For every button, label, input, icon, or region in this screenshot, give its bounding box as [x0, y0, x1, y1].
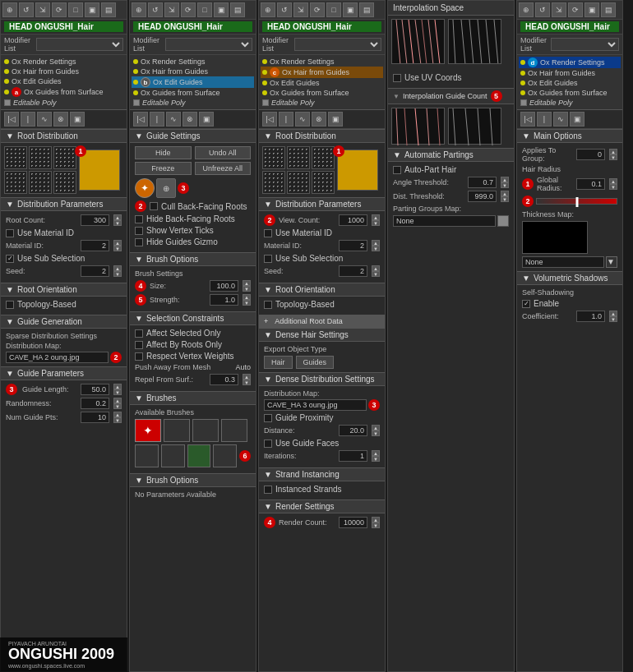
mod-item-render5[interactable]: d Ox Render Settings — [519, 57, 621, 68]
thumb1-5[interactable] — [29, 171, 52, 194]
icon-scale2[interactable]: ⇲ — [164, 2, 179, 17]
mod-item-render1[interactable]: Ox Render Settings — [2, 57, 125, 67]
mod-item-hair5[interactable]: Ox Hair from Guides — [519, 68, 621, 78]
icon-line3[interactable]: | — [279, 112, 293, 127]
icon-pin2[interactable]: ⊗ — [183, 112, 197, 127]
icon-rotate2[interactable]: ↺ — [148, 2, 163, 17]
render-count-input[interactable]: 10000 — [339, 517, 367, 528]
dist-map-input1[interactable] — [6, 352, 109, 363]
use-sub-sel-cb3[interactable] — [264, 255, 272, 263]
section-sel-constraints[interactable]: ▼ Selection Constraints — [130, 311, 256, 325]
icon-view5[interactable]: ▣ — [584, 2, 599, 17]
icon-cam2[interactable]: ▣ — [199, 112, 214, 127]
brush-thumb-5[interactable] — [135, 444, 159, 467]
section-root-dist1[interactable]: ▼ Root Distribution — [1, 129, 127, 143]
section-render-settings[interactable]: ▼ Render Settings — [259, 499, 385, 513]
icon-select3[interactable]: □ — [326, 2, 341, 17]
distance-input[interactable]: 20.0 — [339, 425, 367, 436]
section-root-dist3[interactable]: ▼ Root Distribution — [259, 129, 385, 143]
strength-spinner[interactable]: ▲ ▼ — [243, 294, 251, 306]
mod-item-render2[interactable]: Ox Render Settings — [132, 57, 254, 67]
iterations-input[interactable]: 1 — [339, 450, 367, 462]
section-root-orient1[interactable]: ▼ Root Orientation — [1, 283, 127, 297]
hide-back-cb[interactable] — [135, 215, 143, 223]
icon-line[interactable]: | — [21, 112, 35, 127]
use-uv-cb[interactable] — [393, 74, 401, 82]
section-dense-hair[interactable]: ▼ Dense Hair Settings — [259, 328, 385, 342]
brush-icon-2[interactable]: ⊕ — [156, 178, 176, 198]
coefficient-input[interactable]: 1.0 — [576, 311, 605, 322]
mod-item-guides3[interactable]: Ox Guides from Surface — [261, 88, 383, 98]
brush-thumb-4[interactable] — [221, 419, 247, 442]
material-id-cb3[interactable] — [264, 229, 272, 237]
icon-first3[interactable]: |◁ — [262, 112, 277, 127]
mod-item-poly5[interactable]: Editable Poly — [519, 98, 621, 108]
icon-scale3[interactable]: ⇲ — [293, 2, 308, 17]
thumb1-main[interactable] — [79, 150, 120, 191]
hair-btn[interactable]: Hair — [264, 356, 293, 369]
thumb3-main[interactable] — [337, 150, 378, 191]
icon-curve3[interactable]: ∿ — [295, 112, 310, 127]
root-count-spinner[interactable]: ▲ ▼ — [113, 214, 122, 226]
thumb3-5[interactable] — [287, 171, 310, 194]
icon-line5[interactable]: | — [537, 112, 552, 127]
distance-spinner[interactable]: ▲ ▼ — [372, 425, 380, 436]
icon-undo[interactable]: ⟳ — [52, 2, 67, 17]
parting-color-swatch[interactable] — [497, 215, 509, 227]
thumb3-1[interactable] — [262, 146, 285, 169]
material-id-cb1[interactable] — [6, 229, 14, 237]
modifier-dropdown5[interactable] — [551, 38, 619, 51]
icon-view2[interactable]: ▣ — [214, 2, 229, 17]
icon-move3[interactable]: ⊕ — [261, 2, 275, 17]
dist-thresh-input[interactable]: 999.0 — [468, 191, 497, 202]
seed-spinner1[interactable]: ▲ ▼ — [113, 265, 122, 277]
thumb1-4[interactable] — [4, 171, 27, 194]
icon-curve5[interactable]: ∿ — [553, 112, 568, 127]
thumb3-3[interactable] — [312, 146, 335, 169]
icon-undo2[interactable]: ⟳ — [181, 2, 196, 17]
mod-item-poly3[interactable]: Editable Poly — [261, 98, 383, 108]
icon-render5[interactable]: ▤ — [601, 2, 616, 17]
num-guide-pts-spinner1[interactable]: ▲ ▼ — [113, 412, 122, 423]
section-root-orient3[interactable]: ▼ Root Orientation — [259, 283, 385, 297]
thumb1-2[interactable] — [29, 146, 52, 169]
section-guide-gen1[interactable]: ▼ Guide Generation — [1, 315, 127, 329]
section-brushes[interactable]: ▼ Brushes — [130, 391, 256, 405]
thumb1-6[interactable] — [53, 171, 76, 194]
size-input[interactable]: 100.0 — [210, 280, 238, 292]
section-brush-opts[interactable]: ▼ Brush Options — [130, 252, 256, 266]
brush-thumb-1[interactable]: ✦ — [135, 419, 161, 442]
coefficient-spinner[interactable]: ▲ ▼ — [609, 311, 617, 322]
topo-based-cb3[interactable] — [264, 301, 272, 309]
icon-first[interactable]: |◁ — [4, 112, 19, 127]
icon-select[interactable]: □ — [68, 2, 83, 17]
section-strand-inst[interactable]: ▼ Strand Instancing — [259, 467, 385, 481]
undo-all-btn[interactable]: Undo All — [195, 146, 252, 159]
guide-length-input1[interactable]: 50.0 — [81, 384, 109, 395]
icon-scale5[interactable]: ⇲ — [552, 2, 566, 17]
brush-thumb-6[interactable] — [161, 444, 185, 467]
thickness-none-input[interactable] — [522, 256, 604, 268]
render-count-spinner[interactable]: ▲ ▼ — [372, 517, 380, 528]
section-guide-params1[interactable]: ▼ Guide Parameters — [1, 366, 127, 380]
mod-item-poly2[interactable]: Editable Poly — [132, 98, 254, 108]
brush-icon-orange[interactable]: ✦ — [135, 178, 155, 198]
guide-length-spinner1[interactable]: ▲ ▼ — [113, 384, 122, 395]
dist-spinner[interactable]: ▲ ▼ — [501, 191, 509, 202]
enable-cb[interactable] — [522, 300, 530, 308]
modifier-dropdown2[interactable] — [165, 38, 252, 51]
affect-selected-cb[interactable] — [135, 329, 143, 338]
icon-rotate[interactable]: ↺ — [19, 2, 34, 17]
mat-id-spinner3[interactable]: ▲ ▼ — [372, 240, 380, 251]
modifier-dropdown1[interactable] — [36, 38, 123, 51]
guide-preview-1[interactable] — [391, 108, 445, 145]
mod-item-edit3[interactable]: Ox Edit Guides — [261, 78, 383, 88]
brush-thumb-8[interactable] — [213, 444, 237, 467]
guide-preview-2[interactable] — [448, 108, 501, 145]
global-radius-spinner[interactable]: ▲ ▼ — [609, 178, 617, 190]
icon-cam3[interactable]: ▣ — [328, 112, 343, 127]
mod-item-hair3[interactable]: c Ox Hair from Guides — [261, 67, 383, 78]
repel-input[interactable]: 0.3 — [210, 374, 238, 385]
section-main-opts[interactable]: ▼ Main Options — [517, 129, 622, 143]
parting-none-input[interactable] — [393, 215, 496, 227]
